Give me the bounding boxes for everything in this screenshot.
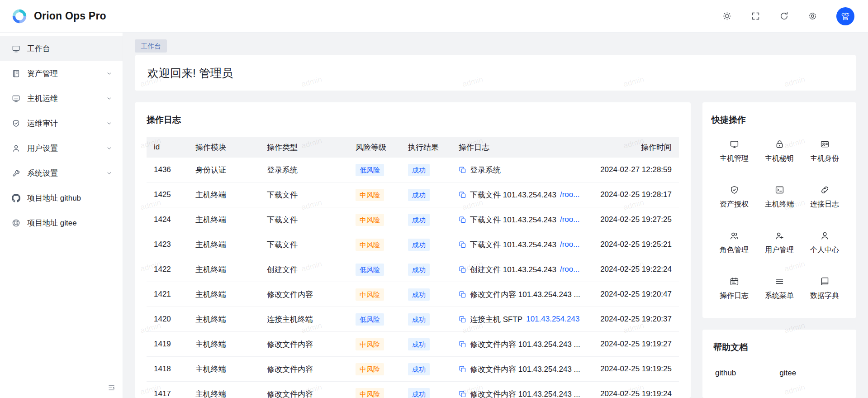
log-table-row: 1436身份认证登录系统低风险成功登录系统2024-02-27 12:28:59	[147, 158, 679, 182]
fullscreen-button[interactable]	[751, 11, 760, 21]
refresh-button[interactable]	[779, 11, 789, 21]
tab-strip: 工作台	[135, 36, 856, 55]
quick-action-host-key[interactable]: 主机秘钥	[757, 139, 802, 163]
github-icon	[12, 194, 20, 202]
risk-badge: 中风险	[356, 363, 384, 375]
cell-id: 1436	[147, 158, 188, 182]
copy-icon	[459, 390, 466, 398]
cell-risk: 中风险	[348, 207, 401, 232]
cell-time: 2024-02-25 19:19:24	[583, 382, 679, 398]
copy-button[interactable]	[459, 340, 466, 348]
sidebar-item-asset-management[interactable]: 资产管理	[0, 61, 123, 86]
help-link-gitee[interactable]: gitee	[779, 369, 796, 378]
log-link[interactable]: /roo...	[560, 240, 579, 249]
cell-log: 连接主机 SFTP101.43.254.243	[451, 307, 583, 332]
settings-button[interactable]	[808, 11, 817, 21]
result-badge: 成功	[408, 239, 430, 251]
quick-action-label: 用户管理	[765, 245, 794, 255]
log-table-row: 1422主机终端创建文件低风险成功创建文件 101.43.254.243/roo…	[147, 257, 679, 282]
sidebar-nav: 工作台资产管理主机运维运维审计用户设置系统设置项目地址 github项目地址 g…	[0, 36, 123, 235]
sidebar-item-system-settings[interactable]: 系统设置	[0, 161, 123, 186]
welcome-card: 欢迎回来! 管理员	[135, 55, 856, 91]
right-column: 快捷操作 主机管理主机秘钥主机身份资产授权主机终端连接日志角色管理用户管理个人中…	[702, 102, 856, 398]
result-badge: 成功	[408, 388, 430, 398]
cell-module: 主机终端	[188, 357, 260, 382]
quick-action-role-manage[interactable]: 角色管理	[711, 231, 757, 255]
quick-action-host-identity[interactable]: 主机身份	[802, 139, 847, 163]
copy-button[interactable]	[459, 291, 466, 298]
quick-action-connect-log[interactable]: 连接日志	[802, 185, 847, 209]
refresh-icon	[779, 11, 789, 21]
chevron-down-icon	[106, 70, 113, 77]
quick-action-data-dict[interactable]: 数据字典	[802, 277, 847, 301]
sidebar-item-ops-audit[interactable]: 运维审计	[0, 111, 123, 136]
copy-button[interactable]	[459, 316, 466, 323]
risk-badge: 中风险	[356, 388, 384, 398]
log-link[interactable]: 101.43.254.243	[526, 315, 579, 324]
log-link[interactable]: /roo...	[560, 265, 579, 274]
sidebar-item-project-github[interactable]: 项目地址 github	[0, 186, 123, 211]
log-card-title: 操作日志	[147, 114, 679, 126]
column-header: 操作模块	[188, 137, 260, 158]
cell-id: 1424	[147, 207, 188, 232]
log-link[interactable]: /roo...	[560, 215, 579, 224]
copy-button[interactable]	[459, 266, 466, 273]
quick-action-operation-log[interactable]: 操作日志	[711, 277, 757, 301]
cell-id: 1423	[147, 232, 188, 257]
risk-badge: 中风险	[356, 338, 384, 350]
copy-button[interactable]	[459, 390, 466, 398]
cell-time: 2024-02-25 19:22:24	[583, 257, 679, 282]
copy-button[interactable]	[459, 166, 466, 174]
menu-fold-button[interactable]	[108, 384, 115, 392]
result-badge: 成功	[408, 264, 430, 276]
monitor-icon	[730, 139, 739, 149]
cell-time: 2024-02-25 19:28:17	[583, 182, 679, 207]
sidebar-item-workbench[interactable]: 工作台	[0, 36, 123, 61]
copy-button[interactable]	[459, 365, 466, 373]
chevron-down-icon	[106, 145, 113, 152]
quick-action-asset-auth[interactable]: 资产授权	[711, 185, 757, 209]
chevron-down-icon	[106, 120, 113, 127]
sidebar: 工作台资产管理主机运维运维审计用户设置系统设置项目地址 github项目地址 g…	[0, 33, 123, 398]
cell-type: 修改文件内容	[260, 332, 348, 357]
copy-button[interactable]	[459, 216, 466, 224]
risk-badge: 低风险	[356, 313, 384, 326]
quick-action-label: 资产授权	[720, 200, 749, 209]
shield-check-icon	[12, 119, 20, 128]
cell-id: 1422	[147, 257, 188, 282]
log-link[interactable]: /roo...	[560, 190, 579, 199]
sidebar-item-user-settings[interactable]: 用户设置	[0, 136, 123, 161]
quick-action-host-terminal[interactable]: 主机终端	[757, 185, 802, 209]
sidebar-item-host-ops[interactable]: 主机运维	[0, 86, 123, 111]
help-link-github[interactable]: github	[715, 369, 736, 378]
copy-button[interactable]	[459, 191, 466, 199]
column-header: 操作类型	[260, 137, 348, 158]
quick-action-personal-center[interactable]: 个人中心	[802, 231, 847, 255]
app-root: Orion Ops Pro 管 工作台资产管理主机运维运维审计用户设置系统设置项…	[0, 0, 868, 398]
risk-badge: 中风险	[356, 214, 384, 226]
copy-button[interactable]	[459, 241, 466, 249]
risk-badge: 低风险	[356, 264, 384, 276]
column-header: id	[147, 137, 188, 158]
column-header: 执行结果	[401, 137, 451, 158]
tab-workbench[interactable]: 工作台	[135, 39, 167, 53]
quick-action-host-manage[interactable]: 主机管理	[711, 139, 757, 163]
cell-log: 创建文件 101.43.254.243/roo...	[451, 257, 583, 282]
sun-icon	[722, 11, 732, 21]
quick-action-user-manage[interactable]: 用户管理	[757, 231, 802, 255]
cell-risk: 中风险	[348, 282, 401, 307]
header-actions: 管	[722, 7, 854, 25]
sidebar-item-project-gitee[interactable]: 项目地址 gitee	[0, 211, 123, 235]
cell-id: 1417	[147, 382, 188, 398]
quick-action-label: 主机终端	[765, 200, 794, 209]
user-avatar[interactable]: 管	[836, 7, 854, 25]
theme-toggle-button[interactable]	[722, 11, 732, 21]
log-table-body: 1436身份认证登录系统低风险成功登录系统2024-02-27 12:28:59…	[147, 158, 679, 398]
log-table-row: 1421主机终端修改文件内容中风险成功修改文件内容 101.43.254.243…	[147, 282, 679, 307]
quick-action-label: 个人中心	[810, 245, 839, 255]
sidebar-item-label: 系统设置	[27, 168, 99, 178]
help-card-title: 帮助文档	[713, 341, 845, 353]
quick-action-system-menu[interactable]: 系统菜单	[757, 277, 802, 301]
app-title: Orion Ops Pro	[34, 10, 106, 22]
app-logo: Orion Ops Pro	[11, 8, 106, 25]
